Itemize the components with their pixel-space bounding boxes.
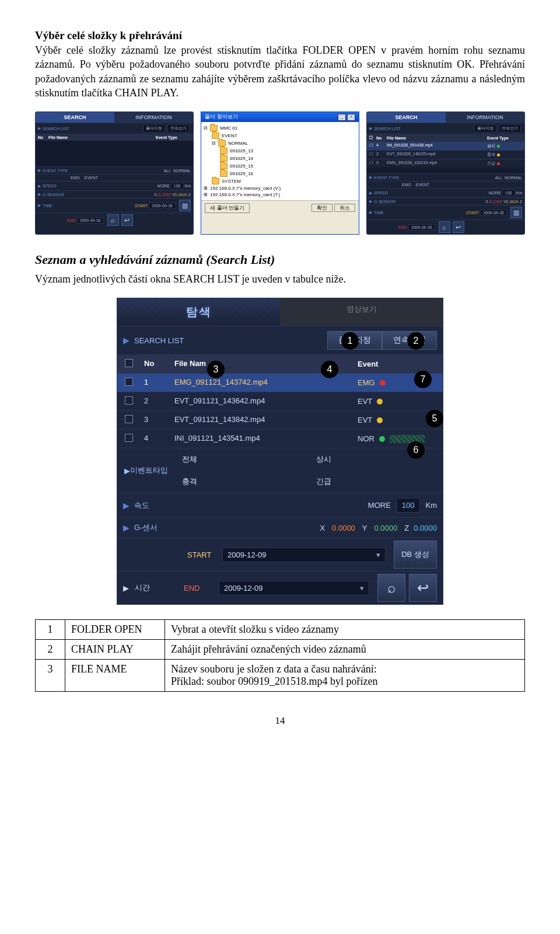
opt-emergency[interactable]: 긴급 [309,471,443,493]
return-button[interactable]: ↩ [409,574,437,602]
chevron-icon: ▶ [123,336,130,345]
folder-icon [220,170,228,177]
time-end-val[interactable]: 2009-09-30 [408,224,435,231]
folder-item[interactable]: MMC 01 [220,126,237,131]
gs-z-label: Z [520,200,522,204]
search-icon[interactable]: ⌕ [107,214,119,226]
ok-button[interactable]: 확인 [312,204,332,212]
folder-open-mini-btn[interactable]: 폴더지정 [474,124,496,133]
close-icon[interactable]: × [347,114,355,121]
top-tab-search[interactable]: 탐색 [117,298,280,326]
top-tab-info[interactable]: 영상보기 [280,298,443,326]
time-end-val[interactable]: 2009-09-30 [77,217,104,224]
time-start-val[interactable]: 2009-09-30 [149,203,176,209]
return-icon[interactable]: ↩ [121,214,133,226]
folder-item[interactable]: SYSTEM [222,179,241,184]
search-button[interactable]: ⌕ [377,574,405,602]
network-path[interactable]: 192.168.0.X:7's memory_card (V:) [210,186,281,191]
col-event: Event [354,355,443,373]
gs-z-label: Z [188,193,191,197]
section-title: Seznam a vyhledávání záznamů (Search Lis… [35,252,525,267]
row-no: 4 [141,430,171,448]
row-no: 3 [141,411,171,429]
return-icon-btn[interactable]: ↩ [453,221,464,233]
status-dot-icon [497,154,500,156]
chevron-icon: ▶ [38,126,41,131]
table-row[interactable]: 4 INI_091121_143541.mp4 NOR [117,429,443,448]
col-eventtype: Event Type [487,136,522,140]
opt-emg[interactable]: EMG [402,183,411,187]
list-item[interactable]: ☐2EVT_091028_140155.mp4충격 [367,150,524,159]
folder-item[interactable]: 091025_13 [230,148,253,154]
row-checkbox[interactable] [125,434,133,442]
end-date-input[interactable]: 2009-12-09▾ [219,581,369,595]
opt-event[interactable]: EVENT [85,176,98,180]
col-filename: File Name [387,136,487,140]
folder-item[interactable]: 091025_15 [230,163,253,169]
new-folder-button[interactable]: 새 폴더 만들기 [205,203,250,213]
table-row[interactable]: 3 EVT_091121_143842.mp4 EVT [117,410,443,429]
time-end-label: END [398,225,407,229]
tab-information[interactable]: INFORMATION [114,112,193,123]
network-path[interactable]: 192.168.0.X:7's memory_card (T:) [210,192,280,197]
time-start-val[interactable]: 2009-09-30 [480,210,507,216]
folder-icon [210,125,218,131]
folder-icon [220,163,228,169]
tab-search[interactable]: SEARCH [36,112,114,123]
folder-item[interactable]: NORMAL [228,141,248,146]
list-item[interactable]: ☐3EMG_091028_102219.mp4긴급 [367,159,524,168]
speed-input[interactable]: 100 [397,498,420,513]
table-row[interactable]: 1 EMG_091121_143742.mp4 EMG [117,373,443,392]
cancel-button[interactable]: 취소 [334,204,355,212]
page-number: 14 [35,715,525,727]
db-icon-btn[interactable]: ▥ [510,207,522,218]
table-row[interactable]: 2 EVT_091121_143642.mp4 EVT [117,392,443,410]
gs-y-label: Y [362,524,368,532]
opt-normal[interactable]: NORMAL [505,176,522,180]
search-panel-left: SEARCH INFORMATION ▶ SEARCH LIST 폴더지정 연속… [35,111,194,235]
db-icon[interactable]: ▥ [179,200,191,211]
folder-item[interactable]: 091025_14 [230,156,253,161]
row-no: 2 [141,392,171,410]
folder-list[interactable]: ⊟MMC 01 EVENT ⊟NORMAL 091025_13 091025_1… [201,122,359,200]
folder-item[interactable]: EVENT [222,133,237,138]
event-type-label: EVENT TYPE [43,169,68,173]
search-icon-btn[interactable]: ⌕ [439,221,450,233]
folder-open-mini-btn[interactable]: 폴더지정 [143,124,165,133]
list-item[interactable]: ☐4INI_091028_091430.mp4상시 [367,141,524,150]
row-checkbox[interactable] [125,396,133,405]
folder-icon [212,178,219,184]
minimize-icon[interactable]: _ [338,114,346,121]
folder-icon [220,148,228,154]
opt-all[interactable]: ALL [164,169,171,173]
col-eventtype: Event Type [156,135,191,140]
chain-play-mini-btn[interactable]: 연속보기 [167,124,190,133]
speed-value[interactable]: 100 [171,183,184,189]
db-create-button[interactable]: DB 생성 [394,541,437,569]
start-date-input[interactable]: 2009-12-09▾ [222,548,386,562]
time-label: TIME [374,211,384,215]
opt-emg[interactable]: EMG [71,176,80,180]
row-event: NOR [358,434,374,443]
search-list-row: ▶ SEARCH LIST 폴더지정 연속보기 [36,123,193,134]
opt-all[interactable]: ALL [495,176,502,180]
tab-information[interactable]: INFORMATION [446,112,524,123]
opt-all[interactable]: 전체 [175,448,309,471]
chain-play-mini-btn[interactable]: 연속보기 [499,124,521,133]
table-row: 3 FILE NAME Název souboru je složen z da… [36,660,525,692]
window-buttons[interactable]: _× [337,113,355,121]
opt-shock[interactable]: 충격 [175,471,309,493]
folder-item[interactable]: 091025_16 [230,171,253,176]
magnifier-icon: ⌕ [387,580,396,596]
row-checkbox[interactable] [125,378,133,386]
row-checkbox[interactable] [125,415,133,423]
section-heading: Výběr celé složky k přehrávání [35,29,525,42]
folder-icon [218,140,226,147]
opt-normal[interactable]: NORMAL [173,169,191,173]
time-label: 시간 [135,583,184,593]
checkbox-all[interactable] [125,359,133,367]
gsensor-label: G SENSOR [374,200,396,204]
tab-search[interactable]: SEARCH [367,112,446,123]
opt-event[interactable]: EVENT [416,183,429,187]
speed-value[interactable]: 100 [502,190,515,196]
